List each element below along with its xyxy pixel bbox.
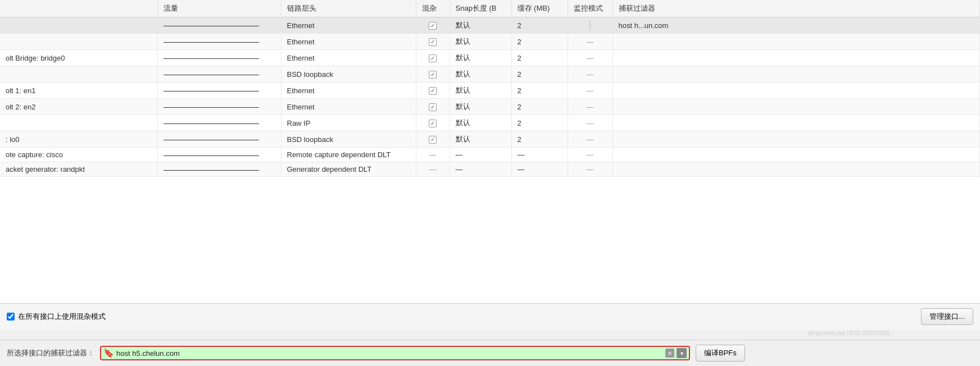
table-row[interactable]: BSD loopback默认2— (0, 66, 980, 83)
traffic-line (164, 155, 259, 156)
cell-buffer: 2 (511, 17, 568, 34)
cell-filter (612, 34, 980, 50)
cell-name: olt 2: en2 (0, 99, 157, 115)
table-row[interactable]: Raw IP默认2— (0, 115, 980, 131)
table-row[interactable]: : lo0BSD loopback默认2— (0, 131, 980, 148)
monitor-checkbox[interactable] (589, 21, 591, 30)
cell-monitor[interactable] (568, 17, 612, 34)
monitor-dash: — (587, 70, 594, 79)
cell-monitor[interactable]: — (568, 50, 612, 66)
cell-traffic (157, 34, 281, 50)
cell-promiscuous[interactable] (416, 131, 450, 148)
traffic-line (164, 140, 259, 140)
traffic-line (164, 42, 259, 43)
table-row[interactable]: Ethernet默认2— (0, 34, 980, 50)
cell-link: Ethernet (281, 99, 416, 115)
manage-interfaces-button[interactable]: 管理接口... (921, 308, 973, 325)
interface-table: 流量 链路层头 混杂 Snap长度 (B 缓存 (MB) 监控模式 捕获过滤器 … (0, 0, 980, 177)
promiscuous-check[interactable] (429, 22, 437, 30)
cell-promiscuous[interactable] (416, 66, 450, 83)
cell-snap: 默认 (450, 99, 511, 115)
cell-name: olt Bridge: bridge0 (0, 50, 157, 66)
traffic-line (164, 170, 259, 171)
cell-link: Remote capture dependent DLT (281, 148, 416, 162)
filter-input-wrap: 🔖 ✕ ▾ (100, 346, 690, 360)
cell-traffic (157, 115, 281, 131)
col-header-promiscuous: 混杂 (416, 0, 450, 17)
monitor-dash: — (587, 54, 594, 62)
cell-promiscuous[interactable] (416, 17, 450, 34)
traffic-line (164, 26, 259, 26)
cell-link: Ethernet (281, 83, 416, 99)
promiscuous-check[interactable] (429, 38, 437, 46)
cell-traffic (157, 50, 281, 66)
cell-link: Generator dependent DLT (281, 162, 416, 177)
cell-promiscuous[interactable] (416, 34, 450, 50)
traffic-line (164, 107, 259, 108)
cell-monitor[interactable]: — (568, 162, 612, 177)
cell-monitor[interactable]: — (568, 83, 612, 99)
cell-name (0, 66, 157, 83)
cell-snap: 默认 (450, 115, 511, 131)
cell-monitor[interactable]: — (568, 34, 612, 50)
promiscuous-dash: — (429, 150, 437, 159)
promiscuous-check[interactable] (429, 71, 437, 79)
cell-name (0, 115, 157, 131)
cell-promiscuous[interactable] (416, 115, 450, 131)
table-row[interactable]: olt Bridge: bridge0Ethernet默认2— (0, 50, 980, 66)
promiscuous-option[interactable]: 在所有接口上使用混杂模式 (7, 312, 106, 322)
promiscuous-check[interactable] (429, 87, 437, 95)
cell-promiscuous[interactable] (416, 99, 450, 115)
filter-label: 所选择接口的捕获过滤器： (7, 348, 94, 358)
table-row[interactable]: olt 2: en2Ethernet默认2— (0, 99, 980, 115)
cell-link: Ethernet (281, 50, 416, 66)
compile-bpfs-button[interactable]: 编译BPFs (696, 345, 745, 362)
traffic-line (164, 123, 259, 124)
cell-filter: host h...un.com (612, 17, 980, 34)
cell-filter (612, 50, 980, 66)
promiscuous-check[interactable] (429, 120, 437, 127)
monitor-dash: — (587, 165, 594, 173)
promiscuous-check[interactable] (429, 136, 437, 144)
cell-promiscuous[interactable]: — (416, 148, 450, 162)
cell-buffer: 2 (511, 115, 568, 131)
cell-monitor[interactable]: — (568, 148, 612, 162)
monitor-dash: — (587, 119, 594, 127)
cell-snap: 默认 (450, 83, 511, 99)
filter-input[interactable] (116, 349, 663, 358)
promiscuous-check[interactable] (429, 54, 437, 62)
filter-dropdown-button[interactable]: ▾ (677, 348, 687, 358)
cell-monitor[interactable]: — (568, 131, 612, 148)
cell-promiscuous[interactable] (416, 50, 450, 66)
cell-filter (612, 115, 980, 131)
watermark-bar: qingruanit.net 0532-85025005 (0, 330, 980, 340)
promiscuous-checkbox[interactable] (7, 313, 15, 321)
cell-filter (612, 131, 980, 148)
cell-monitor[interactable]: — (568, 66, 612, 83)
promiscuous-check[interactable] (429, 103, 437, 111)
cell-name: olt 1: en1 (0, 83, 157, 99)
cell-buffer: 2 (511, 50, 568, 66)
cell-name: ote capture: cisco (0, 148, 157, 162)
col-header-name (0, 0, 157, 17)
promiscuous-dash: — (429, 165, 437, 173)
cell-link: Raw IP (281, 115, 416, 131)
traffic-line (164, 75, 259, 75)
cell-monitor[interactable]: — (568, 115, 612, 131)
cell-monitor[interactable]: — (568, 99, 612, 115)
cell-promiscuous[interactable]: — (416, 162, 450, 177)
col-header-monitor: 监控模式 (568, 0, 612, 17)
table-row[interactable]: olt 1: en1Ethernet默认2— (0, 83, 980, 99)
cell-link: Ethernet (281, 34, 416, 50)
table-row[interactable]: ote capture: ciscoRemote capture depende… (0, 148, 980, 162)
cell-filter (612, 66, 980, 83)
cell-traffic (157, 83, 281, 99)
cell-traffic (157, 17, 281, 34)
cell-traffic (157, 66, 281, 83)
filter-clear-button[interactable]: ✕ (665, 349, 674, 358)
cell-promiscuous[interactable] (416, 83, 450, 99)
table-row[interactable]: Ethernet默认2host h...un.com (0, 17, 980, 34)
table-row[interactable]: acket generator: randpktGenerator depend… (0, 162, 980, 177)
cell-snap: 默认 (450, 66, 511, 83)
cell-traffic (157, 99, 281, 115)
